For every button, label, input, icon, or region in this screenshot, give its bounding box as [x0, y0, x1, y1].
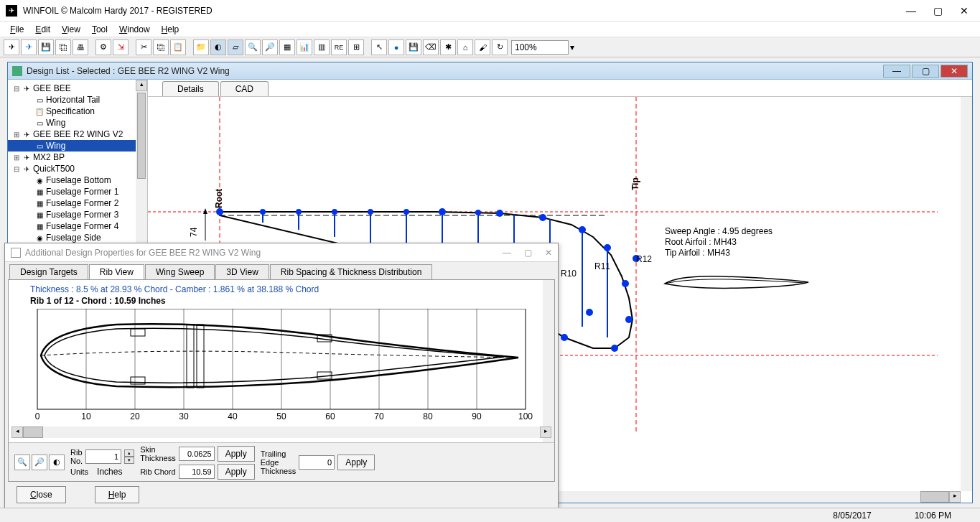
tool-cut-icon[interactable]: ✂ [136, 39, 151, 55]
tree-item[interactable]: ▦Fuselage Former 4 [8, 220, 147, 232]
tab-cad[interactable]: CAD [220, 81, 269, 96]
scroll-up-icon[interactable]: ▴ [136, 80, 147, 91]
rib-no-input[interactable] [85, 449, 121, 464]
trailing-edge-input[interactable] [299, 455, 335, 470]
svg-point-23 [475, 210, 481, 215]
axis-tick-label: 20 [130, 411, 140, 421]
svg-rect-48 [131, 329, 145, 336]
props-titlebar[interactable]: Additional Design Properties for GEE BEE… [5, 243, 558, 262]
tree-item[interactable]: ▭Wing [8, 117, 147, 129]
props-tab[interactable]: Rib View [89, 264, 144, 279]
tree-item[interactable]: ▭Horizontal Tail [8, 94, 147, 106]
tool-plane-icon[interactable]: ✈ [21, 39, 37, 55]
tree-item[interactable]: ⊞✈GEE BEE R2 WING V2 [8, 129, 147, 140]
tool-bars-icon[interactable]: ▥ [314, 39, 330, 55]
tool-print-icon[interactable]: 🖶 [73, 39, 88, 55]
cad-scrollbar-v[interactable] [961, 97, 972, 491]
skin-apply-button[interactable]: Apply [218, 446, 255, 462]
rib-spin-up-icon[interactable]: ▴ [124, 449, 134, 457]
maximize-button[interactable]: ▢ [933, 5, 943, 17]
tool-search-icon[interactable]: 🔍 [245, 39, 261, 55]
svg-point-24 [496, 210, 503, 217]
status-time: 10:06 PM [915, 511, 951, 521]
design-minimize-button[interactable]: — [883, 65, 910, 78]
tool-dim-icon[interactable]: ⊞ [348, 39, 364, 55]
tree-item[interactable]: ▭Wing [8, 140, 147, 152]
tool-chart-icon[interactable]: 📊 [297, 39, 312, 55]
tip-airfoil-label: Tip Airfoil : MH43 [665, 248, 773, 258]
design-titlebar[interactable]: Design List - Selected : GEE BEE R2 WING… [8, 62, 972, 80]
tool-zoom-icon[interactable]: 🔎 [262, 39, 278, 55]
rib-scrollbar-h[interactable]: ◂▸ [11, 427, 551, 438]
trailing-apply-button[interactable]: Apply [337, 455, 375, 470]
props-title: Additional Design Properties for GEE BEE… [25, 248, 503, 258]
svg-point-18 [296, 209, 302, 215]
zoom-out-icon[interactable]: 🔎 [32, 455, 47, 470]
props-close-button[interactable]: ✕ [545, 248, 552, 258]
props-tab[interactable]: Design Targets [9, 264, 88, 279]
tool-paint-icon[interactable]: 🖌 [475, 39, 490, 55]
tool-delete-icon[interactable]: ⌫ [423, 39, 439, 55]
props-window-icon [11, 248, 21, 258]
props-minimize-button[interactable]: — [503, 248, 511, 258]
props-content: Thickness : 8.5 % at 28.93 % Chord - Cam… [8, 279, 555, 482]
tool-pointer-icon[interactable]: ↖ [371, 39, 387, 55]
tree-item[interactable]: 📋Specification [8, 106, 147, 117]
tool-grid-icon[interactable]: ▦ [279, 39, 295, 55]
zoom-combo[interactable] [511, 40, 569, 55]
design-maximize-button[interactable]: ▢ [912, 65, 939, 78]
skin-thickness-input[interactable] [179, 447, 215, 461]
tool-exit-icon[interactable]: ⇲ [113, 39, 129, 55]
tool-copy-icon[interactable]: ⿻ [55, 39, 71, 55]
tool-gear-icon[interactable]: ✱ [440, 39, 456, 55]
svg-point-19 [332, 209, 337, 215]
menu-file[interactable]: File [6, 23, 28, 36]
rib-spin-down-icon[interactable]: ▾ [124, 457, 134, 464]
tool-point-icon[interactable]: ● [388, 39, 404, 55]
menu-view[interactable]: View [57, 23, 85, 36]
tool-refresh-icon[interactable]: ↻ [492, 39, 508, 55]
tree-item[interactable]: ▦Fuselage Former 1 [8, 186, 147, 197]
zoom-dropdown-icon[interactable]: ▾ [570, 42, 574, 52]
tool-folder-icon[interactable]: 📁 [193, 39, 209, 55]
tree-item[interactable]: ⊟✈QuickT500 [8, 163, 147, 174]
tab-details[interactable]: Details [162, 81, 219, 96]
tree-item[interactable]: ◉Fuselage Side [8, 232, 147, 243]
tool-airfoil-icon[interactable]: ◐ [210, 39, 226, 55]
props-tab[interactable]: Rib Spacing & Thickness Distribution [270, 264, 433, 279]
fit-icon[interactable]: ◐ [49, 455, 65, 470]
props-maximize-button[interactable]: ▢ [524, 248, 532, 258]
design-close-button[interactable]: ✕ [941, 65, 968, 78]
tool-new-icon[interactable]: ✈ [4, 39, 19, 55]
close-button[interactable]: ✕ [960, 5, 969, 17]
tool-home-icon[interactable]: ⌂ [457, 39, 473, 55]
tool-copy2-icon[interactable]: ⿻ [153, 39, 169, 55]
props-help-btn[interactable]: Help [95, 486, 140, 503]
menu-edit[interactable]: Edit [31, 23, 55, 36]
tool-wing-icon[interactable]: ▱ [228, 39, 243, 55]
menu-tool[interactable]: Tool [88, 23, 112, 36]
tree-item[interactable]: ▦Fuselage Former 2 [8, 197, 147, 209]
tree-item[interactable]: ⊟✈GEE BEE [8, 83, 147, 94]
props-tab[interactable]: Wing Sweep [145, 264, 215, 279]
menu-help[interactable]: Help [157, 23, 184, 36]
tool-re-icon[interactable]: RE [331, 39, 347, 55]
tool-settings-icon[interactable]: ⚙ [95, 39, 111, 55]
props-close-btn[interactable]: Close [17, 486, 66, 503]
tool-paste-icon[interactable]: 📋 [170, 39, 186, 55]
chord-apply-button[interactable]: Apply [218, 464, 255, 480]
zoom-in-icon[interactable]: 🔍 [14, 455, 30, 470]
minimize-button[interactable]: — [906, 5, 916, 17]
tool-save2-icon[interactable]: 💾 [406, 39, 421, 55]
tree-item[interactable]: ⊞✈MX2 BP [8, 152, 147, 163]
menu-window[interactable]: Window [115, 23, 154, 36]
scroll-thumb[interactable] [137, 93, 146, 179]
tree-item[interactable]: ◉Fuselage Bottom [8, 174, 147, 186]
tree-item[interactable]: ▦Fuselage Former 3 [8, 209, 147, 220]
tool-save-icon[interactable]: 💾 [38, 39, 54, 55]
svg-point-16 [216, 208, 223, 215]
props-tab[interactable]: 3D View [215, 264, 269, 279]
axis-tick-label: 100 [518, 411, 533, 421]
rib-chord-input[interactable] [179, 465, 215, 479]
svg-point-28 [622, 280, 629, 287]
